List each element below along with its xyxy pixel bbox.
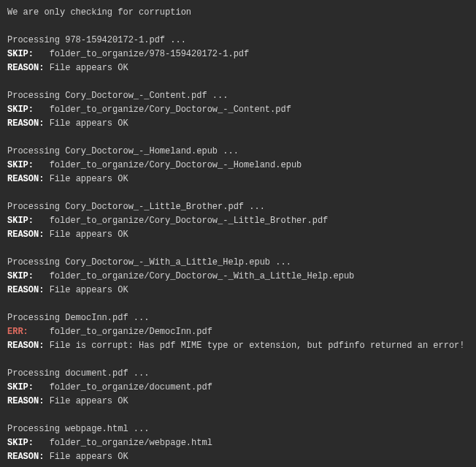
blank-line <box>7 20 469 34</box>
reason-line: REASON: File is corrupt: Has pdf MIME ty… <box>7 339 469 353</box>
reason-text: File appears OK <box>50 174 128 184</box>
blank-line <box>7 409 469 422</box>
reason-line: REASON: File appears OK <box>7 172 469 186</box>
status-label: SKIP: <box>7 436 34 450</box>
status-path: folder_to_organize/Cory_Doctorow_-_Littl… <box>50 216 329 226</box>
processing-line: Processing 978-159420172-1.pdf ... <box>7 34 469 48</box>
status-path: folder_to_organize/DemocInn.pdf <box>50 327 212 337</box>
blank-line <box>7 131 469 145</box>
status-line: SKIP: folder_to_organize/Cory_Doctorow_-… <box>7 159 469 172</box>
blank-line <box>7 242 469 256</box>
status-line: ERR: folder_to_organize/DemocInn.pdf <box>7 325 469 339</box>
reason-label: REASON: <box>7 228 44 242</box>
reason-line: REASON: File appears OK <box>7 117 469 131</box>
terminal-output: We are only checking for corruption Proc… <box>0 0 476 467</box>
blank-line <box>7 186 469 200</box>
processing-line: Processing DemocInn.pdf ... <box>7 311 469 325</box>
status-label: SKIP: <box>7 214 34 228</box>
blank-line <box>7 297 469 311</box>
status-label: SKIP: <box>7 381 34 395</box>
reason-label: REASON: <box>7 117 44 131</box>
reason-label: REASON: <box>7 450 44 464</box>
reason-text: File appears OK <box>50 229 128 240</box>
status-line: SKIP: folder_to_organize/Cory_Doctorow_-… <box>7 270 469 284</box>
status-label: SKIP: <box>7 103 34 117</box>
processing-line: Processing Cory_Doctorow_-_Little_Brothe… <box>7 200 469 214</box>
blank-line <box>7 75 469 89</box>
reason-label: REASON: <box>7 284 44 297</box>
processing-line: Processing Cory_Doctorow_-_Content.pdf .… <box>7 89 469 103</box>
processing-line: Processing Cory_Doctorow_-_Homeland.epub… <box>7 145 469 159</box>
terminal-intro-line: We are only checking for corruption <box>7 6 469 20</box>
reason-label: REASON: <box>7 395 44 409</box>
reason-text: File appears OK <box>50 285 128 295</box>
reason-line: REASON: File appears OK <box>7 284 469 297</box>
status-path: folder_to_organize/Cory_Doctorow_-_Conte… <box>50 105 291 115</box>
status-label: SKIP: <box>7 159 34 172</box>
reason-text: File is corrupt: Has pdf MIME type or ex… <box>50 341 465 351</box>
reason-text: File appears OK <box>50 118 128 129</box>
reason-line: REASON: File appears OK <box>7 61 469 75</box>
status-path: folder_to_organize/document.pdf <box>50 382 212 392</box>
reason-line: REASON: File appears OK <box>7 450 469 464</box>
status-path: folder_to_organize/Cory_Doctorow_-_Homel… <box>50 160 302 170</box>
status-line: SKIP: folder_to_organize/978-159420172-1… <box>7 48 469 61</box>
processing-line: Processing Cory_Doctorow_-_With_a_Little… <box>7 256 469 270</box>
reason-line: REASON: File appears OK <box>7 228 469 242</box>
reason-text: File appears OK <box>50 63 128 73</box>
processing-line: Processing document.pdf ... <box>7 367 469 381</box>
status-line: SKIP: folder_to_organize/Cory_Doctorow_-… <box>7 103 469 117</box>
status-label: SKIP: <box>7 48 34 61</box>
reason-text: File appears OK <box>50 396 128 406</box>
reason-label: REASON: <box>7 172 44 186</box>
status-label: SKIP: <box>7 270 34 284</box>
processing-line: Processing webpage.html ... <box>7 422 469 436</box>
status-path: folder_to_organize/978-159420172-1.pdf <box>50 49 250 59</box>
status-path: folder_to_organize/webpage.html <box>50 438 212 448</box>
status-line: SKIP: folder_to_organize/Cory_Doctorow_-… <box>7 214 469 228</box>
blank-line <box>7 353 469 367</box>
status-line: SKIP: folder_to_organize/document.pdf <box>7 381 469 395</box>
status-line: SKIP: folder_to_organize/webpage.html <box>7 436 469 450</box>
reason-line: REASON: File appears OK <box>7 395 469 409</box>
reason-text: File appears OK <box>50 452 128 462</box>
status-path: folder_to_organize/Cory_Doctorow_-_With_… <box>50 271 355 281</box>
status-label: ERR: <box>7 325 28 339</box>
reason-label: REASON: <box>7 339 44 353</box>
reason-label: REASON: <box>7 61 44 75</box>
